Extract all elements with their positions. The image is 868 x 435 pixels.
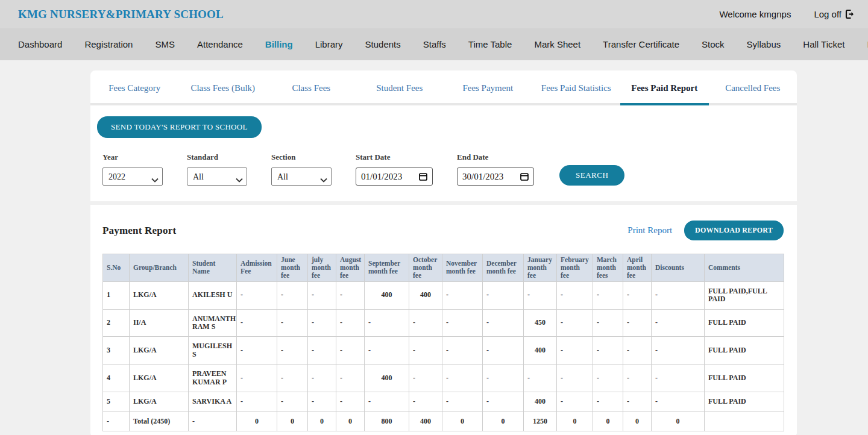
nav-item-registration[interactable]: Registration	[84, 39, 133, 49]
tab-cancelled-fees[interactable]: Cancelled Fees	[709, 70, 797, 103]
table-cell: -	[623, 337, 652, 365]
table-cell: 1	[103, 281, 130, 309]
year-select[interactable]: 2022	[102, 167, 163, 186]
download-report-button[interactable]: DOWNLOAD REPORT	[684, 221, 784, 240]
table-cell: -	[365, 337, 409, 365]
table-cell: 400	[409, 412, 442, 431]
nav-item-hall-ticket[interactable]: Hall Ticket	[803, 39, 844, 49]
section-select[interactable]: All	[271, 167, 332, 186]
tab-class-fees[interactable]: Class Fees	[267, 70, 356, 103]
table-cell: -	[442, 365, 483, 392]
nav-item-mark-sheet[interactable]: Mark Sheet	[534, 39, 580, 49]
table-cell: 450	[524, 309, 557, 337]
table-cell: -	[336, 392, 365, 412]
table-cell: -	[652, 337, 705, 365]
table-cell: -	[483, 337, 524, 365]
report-title: Payment Report	[102, 225, 176, 237]
column-header: October month fee	[409, 254, 442, 282]
top-bar: KMG NURSERY&PRIMARY SCHOOL Welcome kmgnp…	[0, 0, 868, 28]
table-cell: -	[277, 281, 308, 309]
welcome-text: Welcome kmgnps	[719, 9, 791, 19]
table-cell: -	[237, 392, 277, 412]
standard-label: Standard	[187, 152, 247, 162]
table-cell: -	[623, 365, 652, 392]
column-header: Comments	[705, 254, 784, 282]
search-button[interactable]: SEARCH	[559, 165, 624, 186]
main-nav: DashboardRegistrationSMSAttendanceBillin…	[0, 28, 868, 60]
table-cell	[705, 412, 784, 431]
table-cell: -	[557, 281, 593, 309]
table-cell: -	[623, 281, 652, 309]
nav-item-stock[interactable]: Stock	[702, 39, 725, 49]
column-header: February month fee	[557, 254, 593, 282]
table-cell: 400	[365, 365, 409, 392]
start-date-input[interactable]: 01/01/2023	[356, 167, 433, 186]
column-header: June month fee	[277, 254, 308, 282]
column-header: September month fee	[365, 254, 409, 282]
table-cell: -	[524, 365, 557, 392]
table-cell: LKG/A	[130, 365, 189, 392]
table-cell: 0	[308, 412, 336, 431]
table-cell: 0	[652, 412, 705, 431]
tab-student-fees[interactable]: Student Fees	[356, 70, 444, 103]
nav-item-staffs[interactable]: Staffs	[423, 39, 446, 49]
table-row: 4LKG/APRAVEEN KUMAR P----400--------FULL…	[103, 365, 784, 392]
section-label: Section	[271, 152, 332, 162]
table-cell: -	[336, 281, 365, 309]
table-cell: 400	[524, 392, 557, 412]
table-cell: SARVIKA A	[189, 392, 237, 412]
table-cell: 3	[103, 337, 130, 365]
table-cell: -	[189, 412, 237, 431]
table-cell: -	[409, 365, 442, 392]
table-cell: -	[308, 365, 336, 392]
table-cell: -	[336, 365, 365, 392]
table-cell: 2	[103, 309, 130, 337]
table-cell: -	[336, 337, 365, 365]
nav-item-syllabus[interactable]: Syllabus	[747, 39, 781, 49]
tab-fees-payment[interactable]: Fees Payment	[444, 70, 532, 103]
nav-item-billing[interactable]: Billing	[265, 39, 293, 49]
table-cell: FULL PAID	[705, 392, 784, 412]
table-cell: 5	[103, 392, 130, 412]
table-cell: -	[308, 281, 336, 309]
send-report-button[interactable]: SEND TODAY'S REPORT TO SCHOOL	[97, 116, 262, 138]
nav-item-transfer-certificate[interactable]: Transfer Certificate	[603, 39, 679, 49]
tab-fees-category[interactable]: Fees Category	[90, 70, 179, 103]
nav-item-library[interactable]: Library	[315, 39, 343, 49]
table-cell: -	[237, 365, 277, 392]
standard-select[interactable]: All	[187, 167, 247, 186]
column-header: March month fees	[593, 254, 623, 282]
table-cell: -	[593, 309, 623, 337]
start-date-value: 01/01/2023	[361, 172, 402, 182]
table-cell: 800	[365, 412, 409, 431]
tab-class-fees-bulk-[interactable]: Class Fees (Bulk)	[179, 70, 268, 103]
table-cell: -	[308, 309, 336, 337]
table-cell: -	[593, 392, 623, 412]
payment-report-table: S.NoGroup/BranchStudent NameAdmission Fe…	[102, 254, 784, 431]
nav-item-attendance[interactable]: Attendance	[197, 39, 243, 49]
table-cell: -	[308, 392, 336, 412]
table-cell: -	[593, 281, 623, 309]
logoff-button[interactable]: Log off	[814, 9, 855, 19]
nav-item-time-table[interactable]: Time Table	[468, 39, 512, 49]
school-title: KMG NURSERY&PRIMARY SCHOOL	[18, 8, 224, 21]
end-date-value: 30/01/2023	[462, 172, 503, 182]
print-report-link[interactable]: Print Report	[627, 225, 672, 236]
table-cell: -	[442, 309, 483, 337]
table-cell: -	[442, 337, 483, 365]
table-cell: 0	[237, 412, 277, 431]
tab-fees-paid-report[interactable]: Fees Paid Report	[620, 70, 709, 103]
tab-fees-paid-statistics[interactable]: Fees Paid Statistics	[532, 70, 621, 103]
column-header: December month fee	[483, 254, 524, 282]
table-cell: -	[483, 309, 524, 337]
table-cell: -	[524, 281, 557, 309]
table-cell: -	[336, 309, 365, 337]
logout-icon	[844, 9, 855, 19]
nav-item-dashboard[interactable]: Dashboard	[18, 39, 62, 49]
nav-item-sms[interactable]: SMS	[155, 39, 175, 49]
column-header: November month fee	[442, 254, 483, 282]
table-cell: -	[308, 337, 336, 365]
table-cell: 0	[336, 412, 365, 431]
end-date-input[interactable]: 30/01/2023	[457, 167, 534, 186]
nav-item-students[interactable]: Students	[365, 39, 401, 49]
